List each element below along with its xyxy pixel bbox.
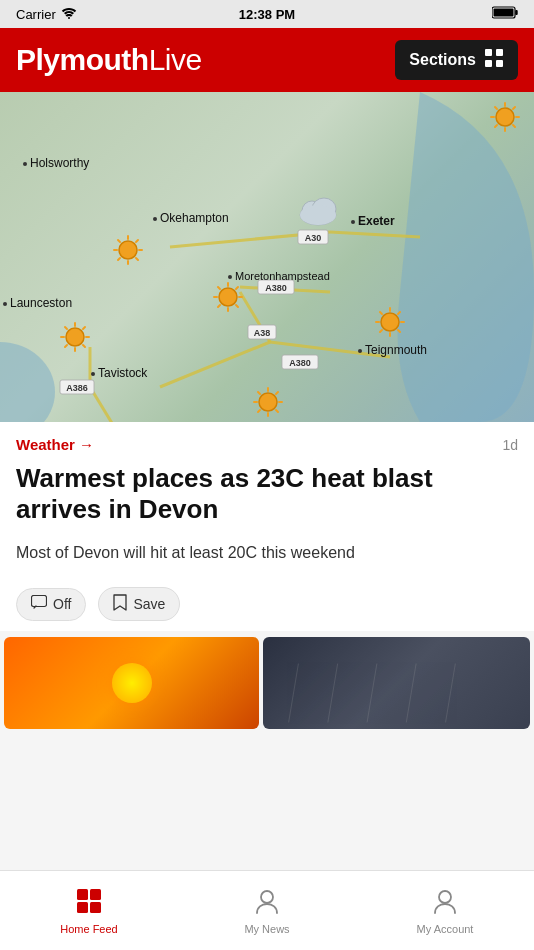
weather-map[interactable]: A30 A380 A38 A380 A386 A38 Holsworthy Ok… [0,92,534,422]
svg-line-119 [406,664,416,723]
thumbnail-1[interactable] [4,637,259,729]
sections-button[interactable]: Sections [395,40,518,80]
bookmark-icon [113,594,127,614]
svg-point-8 [0,342,55,422]
svg-line-63 [236,287,238,289]
my-account-icon [431,887,459,919]
my-account-label: My Account [417,923,474,935]
svg-text:A380: A380 [265,283,287,293]
nav-my-account[interactable]: My Account [356,871,534,950]
svg-rect-7 [496,60,503,67]
sections-label: Sections [409,51,476,69]
svg-rect-5 [496,49,503,56]
comments-label: Off [53,596,71,612]
svg-rect-122 [90,889,101,900]
svg-point-114 [300,205,336,225]
svg-point-41 [91,372,95,376]
svg-point-57 [219,288,237,306]
svg-line-117 [328,664,338,723]
svg-point-102 [259,393,277,411]
svg-line-82 [495,125,497,127]
svg-line-91 [65,345,67,347]
svg-line-55 [118,258,120,260]
svg-point-125 [261,891,273,903]
svg-point-0 [68,17,70,19]
svg-line-116 [289,664,299,723]
svg-line-72 [398,312,400,314]
svg-line-89 [65,327,67,329]
comments-button[interactable]: Off [16,588,86,621]
svg-text:Okehampton: Okehampton [160,211,229,225]
svg-point-66 [381,313,399,331]
svg-line-108 [276,392,278,394]
thumbnail-2[interactable] [263,637,530,729]
svg-line-118 [367,664,377,723]
weather-arrow: → [79,436,94,453]
svg-text:A386: A386 [66,383,88,393]
svg-point-84 [66,328,84,346]
article-title: Warmest places as 23C heat blast arrives… [16,463,518,525]
thumb-sun-icon [112,663,152,703]
battery-icon [492,6,518,22]
svg-line-64 [218,305,220,307]
svg-text:Moretonhampstead: Moretonhampstead [235,270,330,282]
svg-point-75 [496,108,514,126]
svg-line-107 [258,392,260,394]
svg-point-35 [351,220,355,224]
article-meta: Weather → 1d [16,436,518,453]
svg-point-37 [228,275,232,279]
svg-line-16 [90,387,160,422]
svg-line-73 [380,330,382,332]
sections-grid-icon [484,48,504,72]
svg-rect-123 [77,902,88,913]
svg-point-48 [119,241,137,259]
wifi-icon [61,7,77,22]
article-summary: Most of Devon will hit at least 20C this… [16,541,518,565]
nav-home-feed[interactable]: Home Feed [0,871,178,950]
time-ago: 1d [502,437,518,453]
svg-rect-2 [515,10,518,15]
weather-category-link[interactable]: Weather → [16,436,94,453]
svg-rect-124 [90,902,101,913]
svg-rect-6 [485,60,492,67]
svg-text:Tavistock: Tavistock [98,366,148,380]
home-feed-icon [75,887,103,919]
article-card: Weather → 1d Warmest places as 23C heat … [0,422,534,631]
svg-text:A30: A30 [305,233,322,243]
svg-point-39 [3,302,7,306]
svg-text:A380: A380 [289,358,311,368]
logo-live: Live [149,43,202,76]
status-time: 12:38 PM [239,7,295,22]
my-news-label: My News [244,923,289,935]
svg-line-110 [276,410,278,412]
svg-line-53 [118,240,120,242]
svg-point-31 [23,162,27,166]
logo: PlymouthLive [16,43,202,77]
svg-line-54 [136,240,138,242]
svg-line-83 [513,125,515,127]
save-button[interactable]: Save [98,587,180,621]
svg-line-65 [236,305,238,307]
svg-text:Teignmouth: Teignmouth [365,343,427,357]
svg-rect-121 [77,889,88,900]
home-feed-label: Home Feed [60,923,117,935]
svg-line-90 [83,327,85,329]
save-label: Save [133,596,165,612]
bottom-nav: Home Feed My News My Account [0,870,534,950]
nav-my-news[interactable]: My News [178,871,356,950]
svg-line-80 [495,107,497,109]
svg-point-126 [439,891,451,903]
header: PlymouthLive Sections [0,28,534,92]
comment-icon [31,595,47,614]
svg-line-109 [258,410,260,412]
thumbnail-strip [0,633,534,733]
svg-line-92 [83,345,85,347]
logo-plymouth: Plymouth [16,43,149,76]
my-news-icon [253,887,281,919]
status-left: Carrier [16,7,77,22]
svg-text:Exeter: Exeter [358,214,395,228]
status-right [492,6,518,22]
svg-rect-3 [494,9,514,17]
article-actions: Off Save [16,583,518,621]
weather-category-label: Weather [16,436,75,453]
